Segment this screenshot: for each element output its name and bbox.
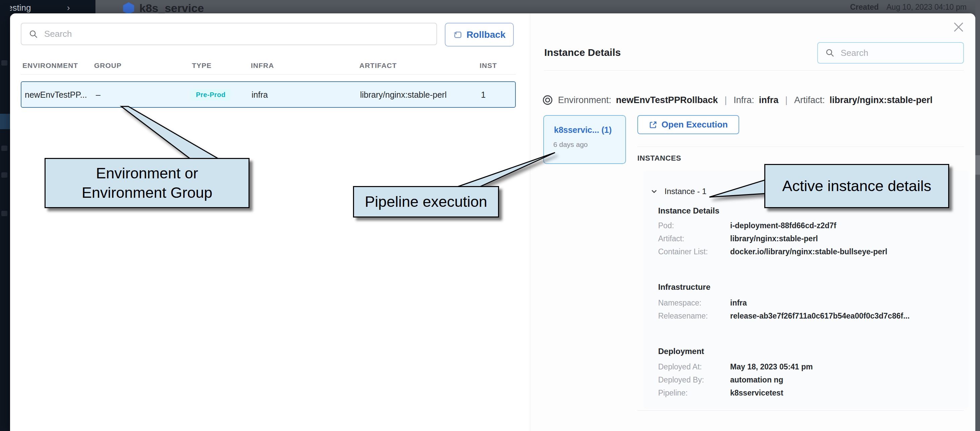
detail-row: Releasename: release-ab3e7f26f711a0c617b… bbox=[658, 312, 959, 322]
chevron-down-icon bbox=[650, 187, 659, 196]
cell-environment: newEnvTestPP... bbox=[25, 90, 87, 99]
sidebar-fragment bbox=[2, 172, 7, 178]
detail-row: Namespace: infra bbox=[658, 298, 959, 309]
created-timestamp: Created Aug 10, 2023 04:10 pm bbox=[850, 3, 967, 12]
detail-label: Namespace: bbox=[658, 298, 730, 309]
breadcrumb-chevron-icon: › bbox=[67, 3, 70, 13]
search-icon bbox=[825, 48, 835, 57]
table-header-divider bbox=[21, 74, 516, 74]
search-icon bbox=[29, 29, 38, 39]
detail-value: infra bbox=[730, 298, 747, 309]
rollback-label: Rollback bbox=[466, 29, 506, 40]
cell-group: – bbox=[96, 90, 100, 99]
rollback-button[interactable]: Rollback bbox=[445, 23, 514, 46]
sidebar-fragment bbox=[2, 60, 7, 66]
section-heading: Instance Details bbox=[658, 206, 719, 216]
col-group: GROUP bbox=[94, 62, 122, 70]
deployment-summary: Environment: newEnvTestPPRollback | Infr… bbox=[542, 92, 932, 108]
callout-tail-pipeline bbox=[442, 149, 559, 189]
detail-label: Deployed At: bbox=[658, 363, 730, 373]
callout-text: Active instance details bbox=[782, 176, 931, 196]
search-input[interactable] bbox=[43, 29, 436, 40]
detail-value: automation ng bbox=[730, 376, 783, 386]
instance-row-toggle[interactable]: Instance - 1 bbox=[650, 185, 706, 198]
instances-divider bbox=[637, 147, 964, 147]
detail-label: Deployed By: bbox=[658, 376, 730, 386]
detail-value: k8sservicetest bbox=[730, 388, 783, 399]
detail-row: Pipeline: k8sservicetest bbox=[658, 388, 959, 399]
environment-search[interactable] bbox=[21, 23, 437, 45]
environment-label: Environment: bbox=[558, 95, 611, 105]
callout-tail-environment bbox=[117, 104, 224, 161]
callout-tail-active-instance bbox=[705, 177, 770, 202]
col-inst: INST bbox=[480, 62, 497, 70]
sidebar-fragment bbox=[2, 146, 7, 151]
detail-value: release-ab3e7f26f711a0c617b54ea00f0c3d7c… bbox=[730, 312, 910, 322]
section-heading: Deployment bbox=[658, 347, 704, 356]
external-link-icon bbox=[649, 120, 657, 129]
background-right-strip bbox=[975, 0, 980, 431]
title-divider bbox=[544, 70, 964, 71]
environment-value: newEnvTestPPRollback bbox=[616, 95, 718, 105]
callout-pipeline-execution: Pipeline execution bbox=[353, 186, 499, 217]
col-artifact: ARTIFACT bbox=[360, 62, 397, 70]
open-execution-button[interactable]: Open Execution bbox=[637, 115, 739, 134]
separator: | bbox=[722, 95, 729, 105]
execution-card-time: 6 days ago bbox=[553, 141, 588, 149]
background-sidebar-strip bbox=[0, 0, 10, 431]
instance-details-title: Instance Details bbox=[544, 47, 620, 58]
open-execution-label: Open Execution bbox=[662, 119, 728, 130]
artifact-label: Artifact: bbox=[794, 95, 825, 105]
rollback-icon bbox=[453, 30, 463, 40]
detail-row: Container List: docker.io/library/nginx:… bbox=[658, 247, 959, 258]
detail-row: Deployed By: automation ng bbox=[658, 376, 959, 386]
detail-row: Deployed At: May 18, 2023 05:41 pm bbox=[658, 363, 959, 373]
instance-name: Instance - 1 bbox=[665, 187, 706, 196]
cell-artifact: library/nginx:stable-perl bbox=[360, 90, 447, 99]
detail-label: Releasename: bbox=[658, 312, 730, 322]
created-value: Aug 10, 2023 04:10 pm bbox=[886, 3, 967, 11]
table-row[interactable]: newEnvTestPP... – Pre-Prod infra library… bbox=[21, 81, 516, 108]
cell-inst: 1 bbox=[481, 90, 486, 99]
detail-value: i-deployment-88fd66cd-z2d7f bbox=[730, 221, 836, 232]
close-icon[interactable] bbox=[952, 21, 965, 33]
artifact-value: library/nginx:stable-perl bbox=[830, 95, 933, 105]
detail-value: library/nginx:stable-perl bbox=[730, 234, 818, 245]
callout-text: Pipeline execution bbox=[365, 192, 487, 211]
detail-row: Artifact: library/nginx:stable-perl bbox=[658, 234, 959, 245]
col-infra: INFRA bbox=[251, 62, 274, 70]
detail-row: Pod: i-deployment-88fd66cd-z2d7f bbox=[658, 221, 959, 232]
detail-label: Artifact: bbox=[658, 234, 730, 245]
preprod-badge: Pre-Prod bbox=[191, 89, 231, 100]
panel-bottom-divider bbox=[637, 410, 964, 410]
detail-label: Pipeline: bbox=[658, 388, 730, 399]
callout-text: Environment or bbox=[96, 164, 198, 183]
detail-value: docker.io/library/nginx:stable-bullseye-… bbox=[730, 247, 887, 258]
detail-label: Pod: bbox=[658, 221, 730, 232]
execution-card-title: k8sservic... (1) bbox=[554, 125, 612, 135]
infra-value: infra bbox=[759, 95, 779, 105]
environment-icon bbox=[542, 94, 553, 106]
section-heading: Infrastructure bbox=[658, 282, 710, 292]
infra-label: Infra: bbox=[733, 95, 754, 105]
service-cube-icon bbox=[123, 2, 135, 15]
col-environment: ENVIRONMENT bbox=[22, 62, 78, 70]
callout-active-instance: Active instance details bbox=[764, 164, 949, 208]
panel-divider bbox=[530, 13, 530, 431]
separator: | bbox=[783, 95, 789, 105]
service-title-text: k8s_service bbox=[139, 2, 204, 15]
screenshot-root: Testing › k8s_service Created Aug 10, 20… bbox=[0, 0, 980, 431]
sidebar-selected-fragment bbox=[0, 114, 10, 129]
callout-text: Environment Group bbox=[82, 183, 212, 203]
sidebar-fragment bbox=[2, 211, 7, 216]
callout-environment: Environment or Environment Group bbox=[45, 158, 250, 208]
search-input[interactable] bbox=[840, 48, 963, 59]
col-type: TYPE bbox=[192, 62, 212, 70]
detail-label: Container List: bbox=[658, 247, 730, 258]
instances-section-label: INSTANCES bbox=[637, 154, 681, 163]
cell-infra: infra bbox=[251, 90, 268, 99]
detail-value: May 18, 2023 05:41 pm bbox=[730, 363, 813, 373]
instance-search[interactable] bbox=[817, 42, 964, 63]
created-label: Created bbox=[850, 3, 879, 11]
background-scrollbar-thumb bbox=[975, 155, 980, 175]
